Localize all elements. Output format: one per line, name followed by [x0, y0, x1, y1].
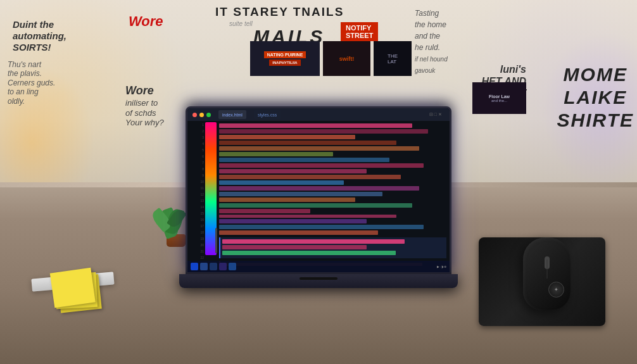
editor-tab-1[interactable]: index.html	[218, 110, 246, 119]
dark-poster-3: THELAT	[374, 41, 412, 76]
taskbar-editor[interactable]	[210, 263, 217, 270]
mouse: ✦	[523, 237, 574, 313]
dark-poster-1: NATING PUIRINE INAPHYTILIIA	[250, 41, 320, 76]
laptop-base	[179, 274, 458, 288]
dark-poster-2: swift!	[323, 41, 370, 76]
wall-text-subtitle: suite tell	[229, 20, 253, 28]
wall-text-wore: Wore	[125, 84, 154, 98]
mouse-body: ✦	[523, 237, 571, 310]
wall-text-mome: MOMELAIKESHIRTE	[557, 63, 634, 132]
wall-text-starey: IT STAREY TNAILS	[215, 5, 344, 20]
mouse-logo: ✦	[548, 282, 564, 298]
wall-text-left-mid: Thu's nartthe plavis.Cerners guds.to an …	[8, 60, 55, 106]
plant-leaves	[152, 187, 190, 237]
wall-text-left-top: Duint theautomating,SOIRTS!	[13, 19, 66, 53]
taskbar-files[interactable]	[229, 263, 236, 270]
wall-text-joy: Wore	[129, 13, 163, 30]
red-box-1: NOTIFYSTREET	[341, 22, 378, 41]
editor-tab-2[interactable]: styles.css	[254, 110, 281, 119]
taskbar-terminal[interactable]	[219, 263, 227, 270]
window-close-dot[interactable]	[192, 113, 197, 117]
window-minimize-dot[interactable]	[199, 113, 204, 117]
editor-topbar: index.html styles.css ⊟ □ ✕	[187, 108, 450, 121]
taskbar-browser[interactable]	[200, 263, 208, 270]
scene: Duint theautomating,SOIRTS! Thu's nartth…	[0, 0, 637, 364]
line-numbers: 1234 5678 9101112 13141516 17181920 2122…	[190, 122, 204, 261]
dark-poster-4: Floor Law and the...	[472, 82, 526, 114]
charger-cable	[215, 228, 217, 253]
wall-text-tasting: Tastingthe homeand thehe ruld.if nel hou…	[415, 8, 448, 76]
code-editor-content[interactable]	[219, 122, 446, 266]
sticky-note-1	[50, 268, 96, 308]
wall-text-iniliser: iniliser toof schdsYour why?	[125, 98, 164, 128]
laptop-screen: index.html styles.css ⊟ □ ✕ 1234 5678 91…	[186, 106, 451, 274]
laptop: index.html styles.css ⊟ □ ✕ 1234 5678 91…	[186, 106, 451, 288]
mouse-divider	[546, 260, 547, 279]
taskbar-start[interactable]	[191, 263, 198, 270]
window-maximize-dot[interactable]	[206, 113, 211, 117]
taskbar: ▶ ◑ ⊕	[187, 261, 450, 272]
